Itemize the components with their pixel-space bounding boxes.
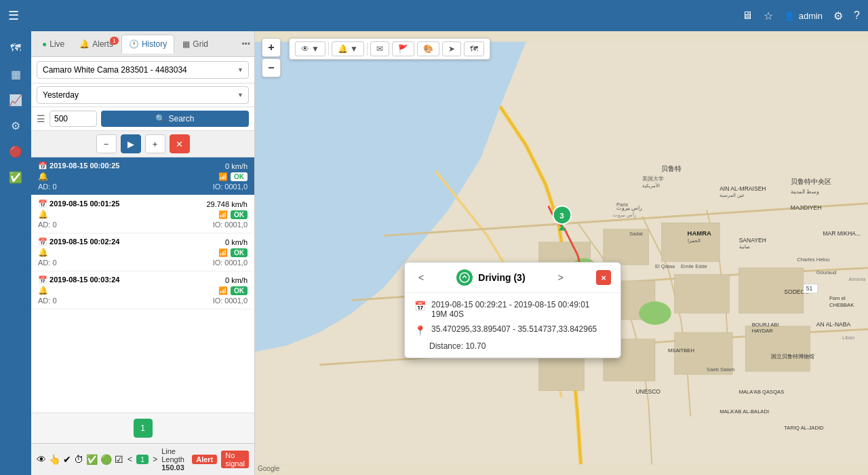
svg-text:UNESCO: UNESCO (635, 388, 660, 395)
list-view-icon[interactable]: ☰ (37, 113, 45, 124)
help-icon[interactable]: ? (854, 10, 860, 22)
sidebar-icon-chart[interactable]: 📈 (3, 88, 28, 111)
popup-datetime-text: 2019-08-15 00:29:21 - 2019-08-15 00:49:0… (431, 300, 590, 309)
google-attribution: Google (258, 465, 279, 472)
map-background: AIN AL-MRAISEH عين المرسية HAMRA الحمرا … (255, 31, 868, 475)
popup-header: < Driving (3) > × (405, 263, 620, 293)
sidebar-icon-grid[interactable]: ▦ (3, 62, 28, 86)
map-area[interactable]: AIN AL-MRAISEH عين المرسية HAMRA الحمرا … (255, 31, 868, 475)
tab-alerts[interactable]: 🔔 Alerts 1 (73, 35, 120, 53)
popup-datetime-row: 📅 2019-08-15 00:29:21 - 2019-08-15 00:49… (414, 300, 611, 319)
svg-text:وسط المدينة: وسط المدينة (791, 189, 819, 195)
google-label: Google (258, 465, 279, 472)
sidebar-icon-map[interactable]: 🗺 (3, 37, 28, 60)
stop-button[interactable]: ✕ (170, 134, 190, 153)
hamburger-icon[interactable]: ☰ (8, 8, 19, 23)
popup-title-text: Driving (3) (478, 272, 525, 283)
svg-text:HAYDAR: HAYDAR (752, 328, 774, 334)
alert-badge: Alert (192, 455, 217, 464)
svg-text:عين المرسية: عين المرسية (719, 193, 745, 198)
flag-tool-button[interactable]: 🚩 (392, 41, 414, 56)
history-item-3[interactable]: 📅 2019-08-15 00:03:24 0 km/h 🔔 📶 OK AD: … (31, 271, 254, 309)
popup-calendar-icon: 📅 (414, 301, 426, 311)
zoom-out-button[interactable]: − (262, 58, 281, 77)
popup-coordinates-row: 📍 35.470295,33.895407 - 35.514737,33.842… (414, 324, 611, 336)
svg-text:SANAYEH: SANAYEH (739, 237, 766, 244)
playback-controls: − ▶ + ✕ (31, 131, 254, 157)
navigate-tool-button[interactable]: ➤ (442, 41, 461, 56)
io-label-3: IO: 0001,0 (213, 297, 248, 305)
map-svg: AIN AL-MRAISEH عين المرسية HAMRA الحمرا … (255, 31, 868, 475)
monitor-icon[interactable]: 🖥 (742, 10, 753, 22)
popup-title: Driving (3) (456, 269, 525, 286)
svg-text:El Qalaa: El Qalaa (655, 263, 675, 269)
green-dot-icon[interactable]: 🟢 (100, 454, 112, 465)
svg-text:CHEBBAK: CHEBBAK (829, 302, 854, 308)
page-prev-arrow[interactable]: < (127, 455, 132, 464)
history-item-row1-3: 📅 2019-08-15 00:03:24 0 km/h (38, 276, 248, 284)
clock-icon[interactable]: ⏱ (74, 454, 83, 465)
svg-text:Gouraud: Gouraud (816, 269, 837, 276)
sidebar-icon-check[interactable]: ✅ (3, 166, 28, 189)
popup-prev-button[interactable]: < (414, 271, 428, 284)
history-item-1[interactable]: 📅 2019-08-15 00:01:25 29.748 km/h 🔔 📶 OK… (31, 195, 254, 233)
admin-label-text: admin (799, 11, 823, 21)
check-icon[interactable]: ✔ (63, 454, 71, 465)
layers-tool-button[interactable]: 🗺 (464, 41, 484, 56)
star-icon[interactable]: ☆ (764, 10, 773, 22)
eye-icon[interactable]: 👁 (37, 454, 46, 465)
fast-forward-button[interactable]: + (145, 134, 165, 153)
history-date-1: 📅 2019-08-15 00:01:25 (38, 200, 119, 208)
popup-next-button[interactable]: > (554, 271, 568, 284)
admin-menu[interactable]: 👤 admin (784, 11, 823, 21)
driving-icon (456, 269, 473, 286)
bell-tool-button[interactable]: 🔔 ▼ (332, 41, 364, 56)
history-item-2[interactable]: 📅 2019-08-15 00:02:24 0 km/h 🔔 📶 OK AD: … (31, 233, 254, 271)
tab-more[interactable]: ••• (241, 39, 250, 49)
settings-icon[interactable]: ⚙ (833, 10, 843, 22)
svg-text:Emile Edde: Emile Edde (681, 263, 707, 269)
signal-icon-3: 📶 (218, 286, 228, 295)
rewind-button[interactable]: − (96, 134, 117, 153)
checkmark-icon[interactable]: ☑ (115, 454, 123, 465)
signal-icon-1: 📶 (218, 210, 228, 219)
bell-icon-2: 🔔 (38, 248, 48, 257)
tab-live-label: Live (50, 39, 64, 49)
page-next-arrow[interactable]: > (153, 455, 157, 464)
sidebar-icon-circle[interactable]: 🔴 (3, 140, 28, 163)
map-zoom-controls: + − (262, 38, 281, 77)
tab-grid[interactable]: ▦ Grid (176, 35, 215, 53)
search-button[interactable]: 🔍 Search (101, 111, 249, 127)
tab-live[interactable]: ● Live (35, 35, 71, 53)
calendar-icon-0: 📅 (38, 162, 47, 170)
date-select[interactable]: Yesterday (37, 86, 249, 104)
popup-distance-label: Distance: (429, 341, 463, 351)
popup-duration: 19M 40S (431, 309, 590, 319)
svg-text:Armenia: Armenia (848, 277, 865, 282)
bell-tool-icon: 🔔 (338, 44, 348, 54)
calendar-icon-3: 📅 (38, 276, 47, 284)
play-button[interactable]: ▶ (121, 134, 141, 153)
ok-badge-2: OK (231, 248, 248, 257)
grid-icon: ▦ (182, 39, 190, 49)
svg-text:MSAITBEH: MSAITBEH (668, 347, 694, 354)
page-1-button[interactable]: 1 (134, 419, 153, 438)
vehicle-select[interactable]: Camaro White Cama 283501 - 4483034 (37, 61, 249, 79)
limit-input[interactable] (50, 111, 97, 127)
zoom-in-button[interactable]: + (262, 38, 281, 57)
send-tool-button[interactable]: ✉ (370, 41, 389, 56)
palette-tool-button[interactable]: 🎨 (417, 41, 439, 56)
tab-history[interactable]: 🕐 History (121, 35, 174, 54)
io-label-0: IO: 0001,0 (213, 183, 248, 191)
svg-text:Forn el: Forn el (829, 295, 846, 301)
green-check-icon[interactable]: ✅ (86, 454, 98, 465)
eye-tool-button[interactable]: 👁 ▼ (295, 41, 326, 56)
popup-close-button[interactable]: × (596, 270, 611, 285)
map-toolbar: 👁 ▼ 🔔 ▼ ✉ 🚩 🎨 ➤ 🗺 (289, 38, 490, 60)
sidebar-icon-settings[interactable]: ⚙ (3, 114, 28, 137)
cursor-icon[interactable]: 👆 (49, 454, 60, 465)
search-row: ☰ 🔍 Search (31, 107, 254, 131)
history-item-0[interactable]: 📅 2019-08-15 00:00:25 0 km/h 🔔 📶 OK AD: … (31, 157, 254, 195)
svg-text:MALA'AB AL-BALADI: MALA'AB AL-BALADI (719, 408, 769, 415)
main-layout: 🗺 ▦ 📈 ⚙ 🔴 ✅ ● Live 🔔 Alerts 1 🕐 History … (0, 31, 868, 475)
